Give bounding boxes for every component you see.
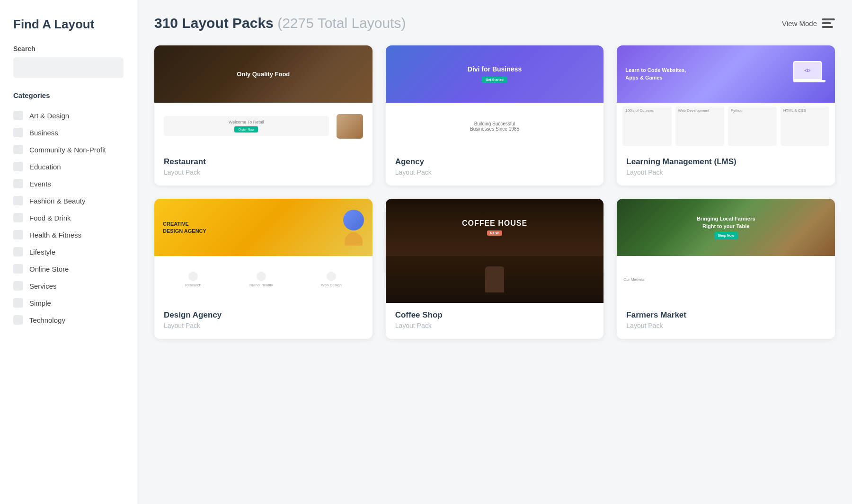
card-image-restaurant-top: Only Quality Food xyxy=(154,45,373,103)
category-checkbox-services[interactable] xyxy=(13,281,23,291)
card-image-canvas-farmers-market: Bringing Local FarmersRight to your Tabl… xyxy=(617,199,835,303)
categories-label: Categories xyxy=(13,91,124,99)
category-checkbox-online-store[interactable] xyxy=(13,264,23,274)
category-name-education: Education xyxy=(29,163,61,171)
layout-card-coffee-shop[interactable]: COFFEE HOUSENEW Coffee Shop Layout Pack xyxy=(386,199,604,339)
card-title-agency: Agency xyxy=(395,157,595,167)
card-image-canvas-design-agency: CREATIVEDESIGN AGENCY Research Brand Ide… xyxy=(154,199,373,303)
card-info-design-agency: Design Agency Layout Pack xyxy=(154,303,373,339)
card-image-text: Only Quality Food xyxy=(237,71,290,78)
sidebar: Find A Layout Search Categories Art & De… xyxy=(0,0,137,504)
card-subtitle-farmers-market: Layout Pack xyxy=(626,322,825,329)
card-image-text: COFFEE HOUSENEW xyxy=(462,219,527,236)
category-name-fashion: Fashion & Beauty xyxy=(29,197,85,205)
card-title-design-agency: Design Agency xyxy=(164,310,363,320)
category-checkbox-lifestyle[interactable] xyxy=(13,247,23,256)
card-title-restaurant: Restaurant xyxy=(164,157,363,167)
card-info-restaurant: Restaurant Layout Pack xyxy=(154,150,373,186)
category-name-art-design: Art & Design xyxy=(29,112,69,120)
card-image-text: Divi for BusinessGet Started xyxy=(468,65,522,83)
layout-card-restaurant[interactable]: Only Quality Food Welcome To RetailOrder… xyxy=(154,45,373,186)
category-checkbox-education[interactable] xyxy=(13,162,23,171)
card-subtitle-lms: Layout Pack xyxy=(626,168,825,176)
layout-grid: Only Quality Food Welcome To RetailOrder… xyxy=(154,45,835,339)
card-image-canvas-restaurant: Only Quality Food Welcome To RetailOrder… xyxy=(154,45,373,150)
card-info-coffee-shop: Coffee Shop Layout Pack xyxy=(386,303,604,339)
category-item-community[interactable]: Community & Non-Profit xyxy=(13,141,124,158)
category-name-business: Business xyxy=(29,129,58,137)
card-image-design-bottom: Research Brand Identity Web Design xyxy=(154,256,373,303)
card-subtitle-design-agency: Layout Pack xyxy=(164,322,363,329)
card-info-farmers-market: Farmers Market Layout Pack xyxy=(617,303,835,339)
search-input[interactable] xyxy=(13,57,124,78)
card-image-canvas-agency: Divi for BusinessGet Started Building Su… xyxy=(386,45,604,150)
card-image-wrap-farmers-market: Bringing Local FarmersRight to your Tabl… xyxy=(617,199,835,303)
card-image-canvas-lms: Learn to Code Websites, Apps & Games </>… xyxy=(617,45,835,150)
category-item-online-store[interactable]: Online Store xyxy=(13,260,124,277)
category-item-lifestyle[interactable]: Lifestyle xyxy=(13,243,124,260)
category-item-business[interactable]: Business xyxy=(13,124,124,141)
category-checkbox-fashion[interactable] xyxy=(13,196,23,205)
card-image-text: Learn to Code Websites, Apps & Games xyxy=(625,67,687,81)
card-title-farmers-market: Farmers Market xyxy=(626,310,825,320)
category-name-lifestyle: Lifestyle xyxy=(29,248,55,256)
category-item-food[interactable]: Food & Drink xyxy=(13,209,124,226)
category-checkbox-community[interactable] xyxy=(13,145,23,154)
card-image-farmers-top: Bringing Local FarmersRight to your Tabl… xyxy=(617,199,835,256)
app-container: Find A Layout Search Categories Art & De… xyxy=(0,0,852,504)
main-title: 310 Layout Packs (2275 Total Layouts) xyxy=(154,15,406,31)
card-image-wrap-lms: Learn to Code Websites, Apps & Games </>… xyxy=(617,45,835,150)
category-checkbox-simple[interactable] xyxy=(13,298,23,308)
card-subtitle-restaurant: Layout Pack xyxy=(164,168,363,176)
category-checkbox-health[interactable] xyxy=(13,230,23,239)
card-image-coffee-bottom xyxy=(386,256,604,303)
category-name-events: Events xyxy=(29,180,51,188)
category-checkbox-food[interactable] xyxy=(13,213,23,222)
card-image-lms-bottom: 100's of Courses Web Development Python … xyxy=(617,103,835,150)
card-title-coffee-shop: Coffee Shop xyxy=(395,310,595,320)
card-image-design-top: CREATIVEDESIGN AGENCY xyxy=(154,199,373,256)
category-name-community: Community & Non-Profit xyxy=(29,146,106,154)
category-checkbox-technology[interactable] xyxy=(13,315,23,325)
card-image-wrap-agency: Divi for BusinessGet Started Building Su… xyxy=(386,45,604,150)
category-item-health[interactable]: Health & Fitness xyxy=(13,226,124,243)
category-name-simple: Simple xyxy=(29,299,51,307)
card-image-canvas-coffee-shop: COFFEE HOUSENEW xyxy=(386,199,604,303)
category-item-education[interactable]: Education xyxy=(13,158,124,175)
card-info-lms: Learning Management (LMS) Layout Pack xyxy=(617,150,835,186)
card-image-coffee-top: COFFEE HOUSENEW xyxy=(386,199,604,256)
layout-card-agency[interactable]: Divi for BusinessGet Started Building Su… xyxy=(386,45,604,186)
layout-card-design-agency[interactable]: CREATIVEDESIGN AGENCY Research Brand Ide… xyxy=(154,199,373,339)
card-subtitle-coffee-shop: Layout Pack xyxy=(395,322,595,329)
category-item-art-design[interactable]: Art & Design xyxy=(13,107,124,124)
card-image-wrap-design-agency: CREATIVEDESIGN AGENCY Research Brand Ide… xyxy=(154,199,373,303)
category-item-fashion[interactable]: Fashion & Beauty xyxy=(13,192,124,209)
category-item-technology[interactable]: Technology xyxy=(13,311,124,328)
category-checkbox-art-design[interactable] xyxy=(13,111,23,120)
category-name-technology: Technology xyxy=(29,316,65,324)
category-name-online-store: Online Store xyxy=(29,265,69,273)
view-mode-button[interactable] xyxy=(822,18,835,28)
card-image-wrap-restaurant: Only Quality Food Welcome To RetailOrder… xyxy=(154,45,373,150)
card-image-text: Bringing Local FarmersRight to your Tabl… xyxy=(697,215,755,239)
card-image-agency-bottom: Building SuccessfulBusinesses Since 1985 xyxy=(386,103,604,150)
categories-list: Art & Design Business Community & Non-Pr… xyxy=(13,107,124,328)
card-title-lms: Learning Management (LMS) xyxy=(626,157,825,167)
category-name-food: Food & Drink xyxy=(29,214,71,222)
category-item-events[interactable]: Events xyxy=(13,175,124,192)
view-mode-wrap: View Mode xyxy=(782,18,835,28)
card-info-agency: Agency Layout Pack xyxy=(386,150,604,186)
category-name-services: Services xyxy=(29,282,57,290)
category-name-health: Health & Fitness xyxy=(29,231,81,239)
category-checkbox-business[interactable] xyxy=(13,128,23,137)
card-image-lms-top: Learn to Code Websites, Apps & Games </> xyxy=(617,45,835,103)
layout-card-lms[interactable]: Learn to Code Websites, Apps & Games </>… xyxy=(617,45,835,186)
category-item-simple[interactable]: Simple xyxy=(13,294,124,311)
category-checkbox-events[interactable] xyxy=(13,179,23,188)
category-item-services[interactable]: Services xyxy=(13,277,124,294)
card-image-wrap-coffee-shop: COFFEE HOUSENEW xyxy=(386,199,604,303)
sidebar-title: Find A Layout xyxy=(13,17,124,32)
mini-card: Welcome To RetailOrder Now xyxy=(164,116,329,136)
layout-card-farmers-market[interactable]: Bringing Local FarmersRight to your Tabl… xyxy=(617,199,835,339)
main-header: 310 Layout Packs (2275 Total Layouts) Vi… xyxy=(154,15,835,31)
